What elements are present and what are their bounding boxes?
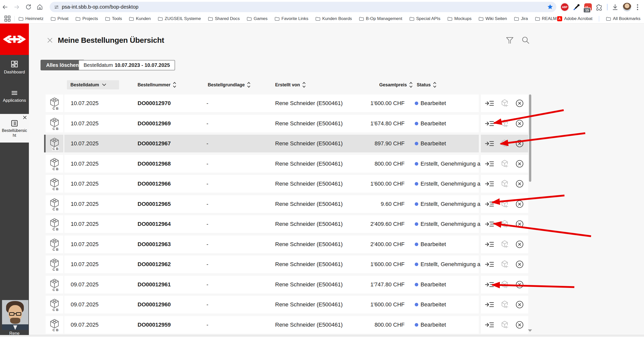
url-text[interactable]: psa-int.sbb.b-op.com/bop-desktop (62, 4, 138, 10)
return-order-icon[interactable] (500, 239, 510, 249)
browser-profile-avatar[interactable] (623, 3, 631, 11)
goto-order-details-icon[interactable] (484, 259, 495, 269)
browser-forward-icon[interactable] (13, 3, 21, 11)
order-row-main[interactable]: 10.07.2025 DO00012968 - Rene Schneider (… (64, 155, 479, 173)
goto-order-details-icon[interactable] (484, 199, 495, 209)
order-row-main[interactable]: 09.07.2025 DO00012960 - Rene Schneider (… (64, 296, 479, 313)
close-page-icon[interactable] (47, 37, 53, 44)
bookmark-folder[interactable]: Privat (50, 16, 68, 21)
bookmark-folder[interactable]: Games (247, 16, 268, 21)
goto-order-details-icon[interactable] (484, 320, 495, 330)
table-row[interactable]: C B 10.07.2025 DO00012969 - Rene Schneid… (0, 115, 644, 132)
bookmark-folder[interactable]: Shared Docs (208, 16, 240, 21)
apps-grid-icon[interactable] (5, 16, 10, 22)
horizontal-scrollbar[interactable] (0, 335, 644, 337)
bookmark-adobe-acrobat[interactable]: A Adobe Acrobat (557, 16, 593, 21)
cancel-order-icon[interactable] (515, 138, 525, 149)
table-row[interactable]: C B 09.07.2025 DO00012960 - Rene Schneid… (0, 296, 644, 313)
return-order-icon[interactable] (500, 138, 510, 149)
return-order-icon[interactable] (500, 199, 510, 209)
order-row-main[interactable]: 10.07.2025 DO00012965 - Rene Schneider (… (64, 195, 479, 213)
sidebar-item-dashboard[interactable]: Dashboard (0, 61, 29, 75)
return-order-icon[interactable] (500, 118, 510, 129)
clear-all-filters-button[interactable]: Alles löschen (41, 60, 84, 70)
cancel-order-icon[interactable] (515, 259, 525, 269)
cancel-order-icon[interactable] (515, 219, 525, 229)
goto-order-details-icon[interactable] (484, 239, 495, 249)
adblock-extension-icon[interactable]: ABP (560, 3, 569, 11)
password-extension-icon[interactable]: 15 (584, 3, 592, 11)
column-header-bestellnummer[interactable]: Bestellnummer (138, 80, 176, 89)
cancel-order-icon[interactable] (515, 118, 525, 129)
browser-home-icon[interactable] (36, 3, 44, 11)
bookmark-star-icon[interactable] (547, 4, 553, 10)
cancel-order-icon[interactable] (515, 179, 525, 189)
table-row[interactable]: C B 09.07.2025 DO00012959 - Rene Schneid… (0, 316, 644, 334)
cancel-order-icon[interactable] (515, 300, 525, 310)
order-row-main[interactable]: 09.07.2025 DO00012961 - Rene Schneider (… (64, 276, 479, 293)
address-bar[interactable]: psa-int.sbb.b-op.com/bop-desktop (50, 2, 556, 12)
bookmark-folder[interactable]: Jira (514, 16, 528, 21)
table-row[interactable]: C B 10.07.2025 DO00012968 - Rene Schneid… (0, 155, 644, 173)
eyedropper-extension-icon[interactable] (573, 4, 580, 11)
filter-icon[interactable] (505, 36, 514, 45)
cancel-order-icon[interactable] (515, 280, 525, 290)
column-header-bestelldatum[interactable]: Bestelldatum (67, 80, 119, 89)
bookmark-folder[interactable]: REALM APPS (535, 16, 557, 21)
scroll-down-arrow[interactable] (528, 329, 532, 332)
return-order-icon[interactable] (500, 300, 510, 310)
column-header-erstellt-von[interactable]: Erstellt von (275, 80, 306, 89)
cancel-order-icon[interactable] (515, 159, 525, 169)
bookmark-folder[interactable]: B-Op Management (359, 16, 402, 21)
return-order-icon[interactable] (500, 159, 510, 169)
search-tune-icon[interactable] (54, 4, 59, 10)
table-row[interactable]: C B 10.07.2025 DO00012962 - Rene Schneid… (0, 255, 644, 273)
order-row-main[interactable]: 10.07.2025 DO00012970 - Rene Schneider (… (64, 94, 479, 112)
order-row-main[interactable]: 10.07.2025 DO00012962 - Rene Schneider (… (64, 255, 479, 273)
table-row[interactable]: C B 10.07.2025 DO00012966 - Rene Schneid… (0, 175, 644, 193)
cancel-order-icon[interactable] (515, 320, 525, 330)
bookmark-folder[interactable]: ZUGSEIL Systeme (158, 16, 201, 21)
date-filter-chip[interactable]: Bestelldatum 10.07.2023 - 10.07.2025 (79, 60, 175, 70)
bookmark-folder[interactable]: Favorite Links (274, 16, 308, 21)
return-order-icon[interactable] (500, 320, 510, 330)
return-order-icon[interactable] (500, 219, 510, 229)
extensions-puzzle-icon[interactable] (596, 4, 603, 11)
column-header-gesamtpreis[interactable]: Gesamtpreis (379, 80, 413, 89)
order-row-main[interactable]: 10.07.2025 DO00012967 - Rene Schneider (… (64, 135, 479, 152)
order-row-main[interactable]: 10.07.2025 DO00012969 - Rene Schneider (… (64, 115, 479, 132)
table-row[interactable]: C B 10.07.2025 DO00012970 - Rene Schneid… (0, 94, 644, 112)
bookmark-folder[interactable]: Special APIs (409, 16, 440, 21)
order-row-main[interactable]: 10.07.2025 DO00012963 - Rene Schneider (… (64, 235, 479, 253)
sbb-logo[interactable] (0, 24, 29, 55)
return-order-icon[interactable] (500, 280, 510, 290)
bookmark-folder[interactable]: Projects (75, 16, 98, 21)
goto-order-details-icon[interactable] (484, 179, 495, 189)
return-order-icon[interactable] (500, 259, 510, 269)
table-row[interactable]: C B 09.07.2025 DO00012961 - Rene Schneid… (0, 276, 644, 293)
goto-order-details-icon[interactable] (484, 159, 495, 169)
order-row-main[interactable]: 10.07.2025 DO00012964 - Rene Schneider (… (64, 215, 479, 233)
bookmark-folder[interactable]: Tools (105, 16, 122, 21)
bookmark-folder[interactable]: Heimnetz (18, 16, 44, 21)
search-icon[interactable] (521, 36, 530, 45)
browser-reload-icon[interactable] (24, 3, 32, 11)
column-header-bestellgrundlage[interactable]: Bestellgrundlage (208, 80, 251, 89)
goto-order-details-icon[interactable] (484, 98, 495, 108)
cancel-order-icon[interactable] (515, 98, 525, 108)
bookmark-folder[interactable]: Kunden (129, 16, 151, 21)
bookmark-folder[interactable]: Mockups (447, 16, 471, 21)
browser-menu-icon[interactable] (635, 4, 640, 10)
order-row-main[interactable]: 09.07.2025 DO00012959 - Rene Schneider (… (64, 316, 479, 334)
column-header-status[interactable]: Status (417, 80, 437, 89)
goto-order-details-icon[interactable] (484, 138, 495, 149)
table-row[interactable]: C B 10.07.2025 DO00012963 - Rene Schneid… (0, 235, 644, 253)
bookmark-folder[interactable]: Wiki Seiten (478, 16, 507, 21)
browser-back-icon[interactable] (1, 3, 9, 11)
vertical-scrollbar-thumb[interactable] (529, 94, 531, 182)
table-row[interactable]: C B 10.07.2025 DO00012964 - Rene Schneid… (0, 215, 644, 233)
return-order-icon[interactable] (500, 179, 510, 189)
return-order-icon[interactable] (500, 98, 510, 108)
goto-order-details-icon[interactable] (484, 118, 495, 129)
cancel-order-icon[interactable] (515, 199, 525, 209)
